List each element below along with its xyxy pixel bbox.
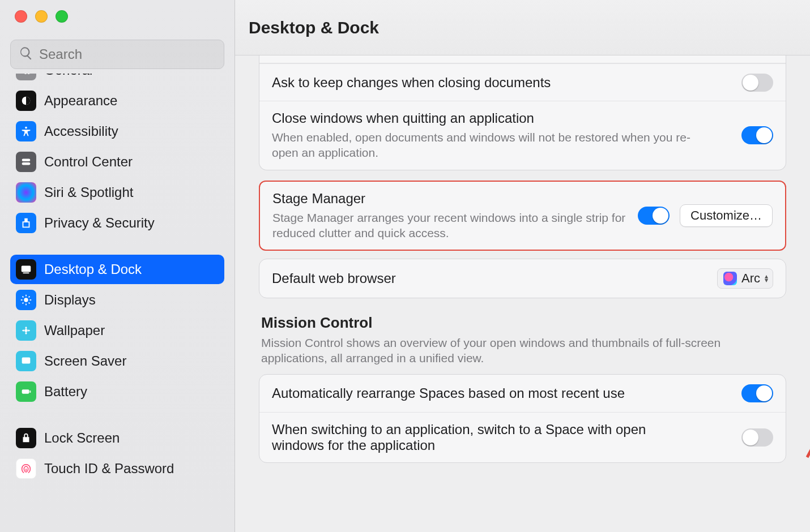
sidebar-item-screen-saver[interactable]: Screen Saver	[10, 346, 224, 376]
sidebar-label: Touch ID & Password	[44, 461, 174, 477]
sidebar-item-privacy-security[interactable]: Privacy & Security	[10, 208, 224, 238]
svg-rect-17	[22, 389, 29, 393]
svg-rect-18	[29, 391, 31, 393]
pane-title: Desktop & Dock	[235, 0, 810, 55]
sidebar-item-general[interactable]: General	[10, 74, 224, 85]
sidebar-label: Lock Screen	[44, 430, 120, 446]
system-settings-window: General Appearance Accessibility Control…	[0, 0, 810, 532]
arc-app-icon	[723, 272, 737, 285]
sidebar-item-desktop-dock[interactable]: Desktop & Dock	[10, 255, 224, 284]
sidebar-item-siri-spotlight[interactable]: Siri & Spotlight	[10, 178, 224, 207]
sidebar-label: Control Center	[44, 154, 133, 170]
search-field[interactable]	[10, 40, 224, 69]
row-switch-to-space: When switching to an application, switch…	[259, 412, 786, 462]
privacy-icon	[16, 213, 36, 233]
partial-row-prefer-tabs	[259, 55, 786, 63]
description: When enabled, open documents and windows…	[272, 130, 691, 161]
label: Close windows when quitting an applicati…	[272, 110, 691, 126]
svg-line-11	[23, 297, 24, 298]
svg-rect-16	[22, 358, 31, 364]
label: Default web browser	[272, 271, 396, 286]
settings-body: Ask to keep changes when closing documen…	[235, 55, 810, 532]
row-close-windows-quit: Close windows when quitting an applicati…	[259, 101, 786, 170]
sidebar-item-displays[interactable]: Displays	[10, 285, 224, 315]
battery-icon	[16, 381, 36, 402]
mission-control-section: Mission Control Mission Control shows an…	[259, 314, 786, 366]
label: Stage Manager	[272, 191, 638, 207]
sidebar-label: Privacy & Security	[44, 215, 155, 231]
svg-rect-4	[22, 266, 31, 272]
sidebar-item-control-center[interactable]: Control Center	[10, 147, 224, 177]
svg-point-15	[24, 329, 28, 332]
zoom-window-button[interactable]	[56, 10, 68, 23]
close-window-button[interactable]	[15, 10, 27, 23]
touchid-icon	[16, 458, 36, 479]
displays-icon	[16, 290, 36, 310]
svg-rect-3	[22, 162, 31, 165]
screen-saver-icon	[16, 351, 36, 371]
row-auto-rearrange-spaces: Automatically rearrange Spaces based on …	[259, 375, 786, 412]
sidebar-label: Siri & Spotlight	[44, 185, 133, 200]
appearance-icon	[16, 91, 36, 111]
chevron-updown-icon: ▴▾	[765, 274, 768, 282]
mission-control-desc: Mission Control shows an overview of you…	[261, 335, 784, 366]
default-browser-group: Default web browser Arc ▴▾	[259, 259, 786, 298]
sidebar-item-touch-id-password[interactable]: Touch ID & Password	[10, 454, 224, 483]
minimize-window-button[interactable]	[35, 10, 48, 23]
sidebar-label: Accessibility	[44, 123, 118, 139]
svg-point-6	[24, 298, 28, 302]
sidebar-label: Desktop & Dock	[44, 261, 142, 277]
svg-line-13	[29, 297, 30, 298]
svg-line-12	[29, 303, 30, 304]
mission-control-group: Automatically rearrange Spaces based on …	[259, 374, 786, 463]
documents-group: Ask to keep changes when closing documen…	[259, 55, 786, 170]
pane-title-text: Desktop & Dock	[249, 18, 379, 37]
sidebar-nav: General Appearance Accessibility Control…	[0, 74, 235, 483]
description: Stage Manager arranges your recent windo…	[272, 210, 638, 241]
search-icon	[19, 46, 33, 63]
customize-stage-manager-button[interactable]: Customize…	[680, 204, 773, 227]
siri-icon	[16, 182, 36, 203]
svg-point-1	[25, 127, 27, 129]
sidebar-item-lock-screen[interactable]: Lock Screen	[10, 423, 224, 453]
toggle-switch-to-space[interactable]	[741, 428, 773, 447]
window-controls	[0, 10, 235, 23]
label: Automatically rearrange Spaces based on …	[272, 385, 625, 401]
row-ask-keep-changes: Ask to keep changes when closing documen…	[259, 63, 786, 101]
sidebar: General Appearance Accessibility Control…	[0, 0, 235, 532]
default-browser-popup[interactable]: Arc ▴▾	[717, 268, 773, 289]
toggle-ask-keep-changes[interactable]	[741, 74, 773, 92]
sidebar-label: Wallpaper	[44, 323, 105, 338]
label: When switching to an application, switch…	[272, 422, 691, 453]
toggle-auto-rearrange-spaces[interactable]	[741, 384, 773, 402]
svg-line-19	[807, 288, 810, 457]
sidebar-label: General	[44, 74, 92, 78]
sidebar-item-accessibility[interactable]: Accessibility	[10, 117, 224, 146]
toggle-stage-manager[interactable]	[638, 207, 670, 225]
sidebar-label: Appearance	[44, 93, 117, 109]
svg-line-14	[23, 303, 24, 304]
row-default-browser: Default web browser Arc ▴▾	[259, 259, 786, 298]
wallpaper-icon	[16, 320, 36, 341]
sidebar-item-battery[interactable]: Battery	[10, 377, 224, 406]
lock-icon	[16, 428, 36, 448]
toggle-close-windows-quit[interactable]	[741, 126, 773, 144]
stage-manager-group-highlight: Stage Manager Stage Manager arranges you…	[259, 181, 786, 251]
svg-rect-2	[22, 159, 31, 162]
dock-icon	[16, 259, 36, 280]
gear-icon	[16, 74, 36, 80]
sidebar-label: Screen Saver	[44, 353, 126, 369]
mission-control-heading: Mission Control	[261, 314, 784, 332]
sidebar-item-wallpaper[interactable]: Wallpaper	[10, 316, 224, 345]
row-stage-manager: Stage Manager Stage Manager arranges you…	[260, 182, 785, 250]
control-center-icon	[16, 152, 36, 172]
accessibility-icon	[16, 121, 36, 141]
label: Ask to keep changes when closing documen…	[272, 75, 551, 91]
svg-rect-5	[23, 273, 29, 274]
search-input[interactable]	[39, 46, 216, 62]
default-browser-value: Arc	[741, 271, 760, 286]
sidebar-item-appearance[interactable]: Appearance	[10, 86, 224, 115]
sidebar-label: Displays	[44, 292, 96, 308]
content-pane: Desktop & Dock Ask to keep changes when …	[235, 0, 810, 532]
sidebar-label: Battery	[44, 384, 87, 400]
